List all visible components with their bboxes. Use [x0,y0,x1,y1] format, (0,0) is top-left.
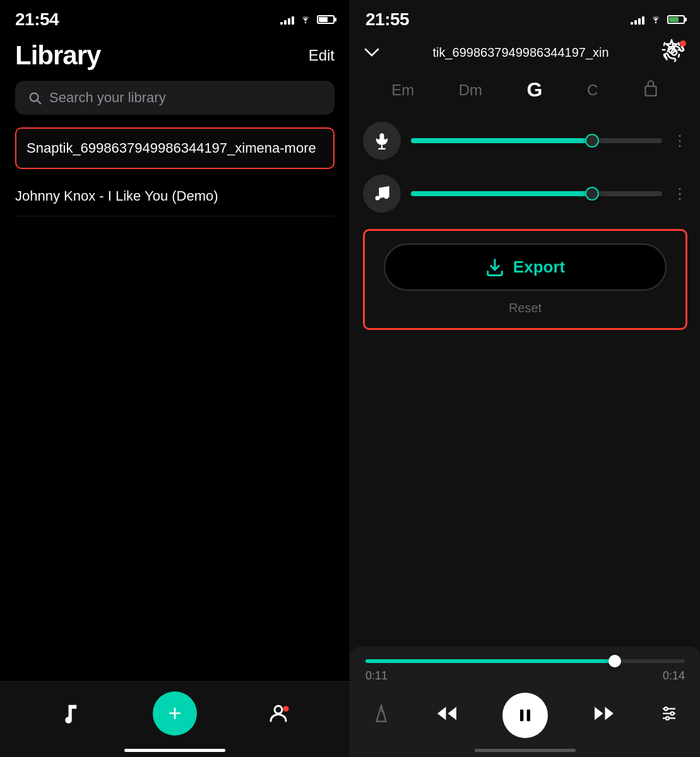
signal-bar-2 [284,20,287,25]
music-slider-thumb[interactable] [585,187,599,201]
battery-icon-right [667,15,685,24]
progress-fill [365,659,615,663]
track-item-selected[interactable]: Snaptik_6998637949986344197_ximena-more [15,127,335,169]
svg-point-19 [671,712,674,715]
library-title: Library [15,40,100,71]
export-section: Export Reset [363,229,687,330]
track-name-selected: Snaptik_6998637949986344197_ximena-more [27,140,316,156]
time-left: 21:54 [15,9,59,30]
export-button[interactable]: Export [384,244,667,291]
nav-profile[interactable] [267,702,290,725]
chord-g[interactable]: G [527,78,543,102]
wifi-icon-right [650,13,662,26]
music-slider[interactable] [411,191,662,196]
home-indicator-left [124,749,225,752]
signal-bars-left [280,15,294,25]
svg-point-11 [384,194,389,199]
mic-more-icon[interactable]: ⋮ [672,132,687,150]
fast-forward-button[interactable] [593,702,615,729]
status-icons-left [280,13,335,26]
music-slider-fill [411,191,592,196]
music-control-row: ⋮ [363,175,687,213]
home-indicator-right [475,749,576,752]
mic-button[interactable] [363,122,401,160]
svg-point-4 [283,706,288,712]
search-icon [28,91,42,105]
metronome-icon[interactable] [372,704,391,727]
battery-fill-right [669,17,679,22]
svg-rect-8 [645,86,656,95]
svg-rect-14 [527,710,530,722]
status-bar-left: 21:54 [0,0,350,34]
signal-bar-3 [288,18,290,25]
bottom-nav: + [0,681,350,757]
playback-controls [365,693,685,738]
search-bar[interactable]: Search your library [15,81,335,115]
reset-button[interactable]: Reset [509,301,542,315]
svg-point-0 [305,21,307,23]
time-right: 21:55 [365,9,409,30]
search-container: Search your library [0,81,350,127]
chord-c[interactable]: C [587,81,598,99]
track-name-normal: Johnny Knox - I Like You (Demo) [15,188,218,204]
download-icon [485,258,504,277]
export-label: Export [513,257,565,277]
status-icons-right [631,13,685,26]
svg-point-18 [665,707,668,710]
signal-bar-4 [292,16,294,25]
search-placeholder: Search your library [49,90,166,106]
mixer-icon[interactable] [660,704,679,727]
chord-dm[interactable]: Dm [459,81,482,99]
signal-bar-r1 [631,22,633,25]
pause-button[interactable] [502,693,548,738]
wifi-icon [299,13,312,26]
progress-thumb[interactable] [608,655,621,667]
signal-bar-r2 [634,20,637,25]
music-button[interactable] [363,175,401,213]
battery-icon-left [317,15,335,24]
time-row: 0:11 0:14 [365,669,685,683]
music-more-icon[interactable]: ⋮ [672,185,687,202]
svg-point-20 [666,717,669,720]
edit-button[interactable]: Edit [309,47,335,64]
nav-library[interactable] [60,702,83,725]
svg-rect-13 [520,710,523,722]
add-icon: + [168,702,181,725]
track-header: tik_6998637949986344197_xin [350,34,700,73]
left-panel: 21:54 Library Edit [0,0,350,757]
mic-slider-fill [411,138,592,143]
signal-bar-1 [280,22,283,25]
library-header: Library Edit [0,34,350,81]
signal-bar-r3 [638,18,641,25]
battery-fill-left [319,17,328,22]
current-time: 0:11 [365,669,388,683]
svg-line-2 [37,100,40,103]
track-title: tik_6998637949986344197_xin [387,45,655,60]
svg-point-10 [376,196,380,201]
total-time: 0:14 [663,669,685,683]
mic-slider-thumb[interactable] [585,134,599,148]
lock-icon[interactable] [643,79,659,102]
settings-gear[interactable] [661,39,687,66]
chord-selector: Em Dm G C [350,73,700,112]
nav-add-button[interactable]: + [153,691,197,736]
signal-bars-right [631,15,644,25]
svg-point-3 [275,706,282,713]
progress-track[interactable] [365,659,685,663]
playback-bar: 0:11 0:14 [350,647,700,757]
chord-em[interactable]: Em [391,81,414,99]
track-item-normal[interactable]: Johnny Knox - I Like You (Demo) [15,177,335,216]
chevron-down-icon[interactable] [363,42,381,62]
mic-control-row: ⋮ [363,122,687,160]
mic-slider[interactable] [411,138,662,143]
svg-point-5 [655,21,657,23]
right-panel: 21:55 [350,0,700,757]
status-bar-right: 21:55 [350,0,700,34]
track-list: Snaptik_6998637949986344197_ximena-more … [0,127,350,216]
signal-bar-r4 [642,16,644,25]
track-controls: ⋮ ⋮ [350,112,700,223]
rewind-button[interactable] [436,702,458,729]
notification-dot [680,40,686,47]
